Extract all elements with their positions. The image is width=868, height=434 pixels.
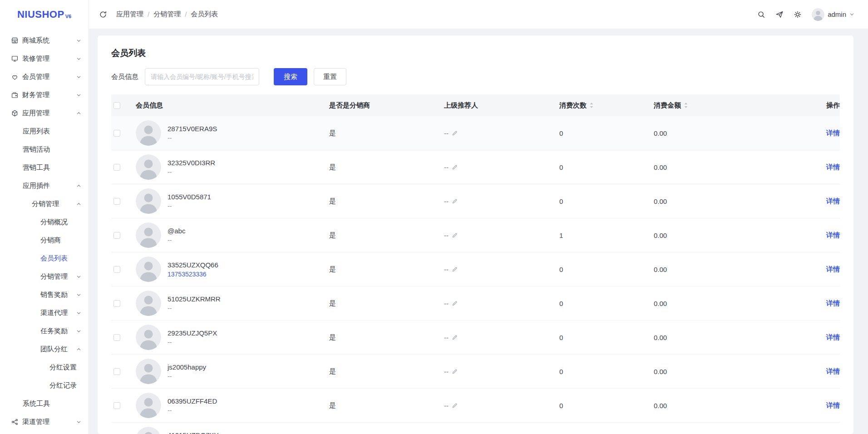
sidebar-item[interactable]: 渠道管理 [0, 413, 89, 431]
table-row: js2005happy -- 是 -- 0 0.00 详情 [111, 355, 840, 389]
detail-link[interactable]: 详情 [826, 231, 840, 239]
member-phone: -- [168, 339, 217, 346]
sidebar-item[interactable]: 营销工具 [0, 158, 89, 177]
row-checkbox[interactable] [113, 266, 120, 273]
gear-icon[interactable] [794, 10, 802, 19]
sidebar-item[interactable]: 渠道代理 [0, 304, 89, 322]
sidebar-item[interactable]: 团队分红 [0, 340, 89, 358]
row-checkbox[interactable] [113, 300, 120, 307]
table-body: 28715V0ERA9S -- 是 -- 0 0.00 详情 [111, 116, 840, 434]
sidebar-item[interactable]: 装修管理 [0, 49, 89, 68]
edit-referrer-icon[interactable] [452, 335, 458, 340]
row-checkbox[interactable] [113, 368, 120, 375]
row-checkbox[interactable] [113, 198, 120, 205]
table-row: 32325V0DI3RR -- 是 -- 0 0.00 详情 [111, 150, 840, 184]
consume-amount-cell: 0.00 [654, 232, 772, 239]
sidebar-item[interactable]: 应用列表 [0, 122, 89, 140]
sidebar-item[interactable]: 应用插件 [0, 177, 89, 195]
sidebar-item[interactable]: 分红记录 [0, 376, 89, 395]
member-avatar [136, 427, 161, 434]
header-consume-times-label: 消费次数 [559, 101, 587, 109]
sidebar-item[interactable]: 营销活动 [0, 140, 89, 158]
edit-referrer-icon[interactable] [452, 198, 458, 204]
member-cell: 32325V0DI3RR -- [136, 154, 329, 180]
referrer-cell: -- [444, 402, 559, 409]
referrer-value: -- [444, 163, 449, 171]
referrer-value: -- [444, 368, 449, 375]
sidebar-item[interactable]: 分红设置 [0, 358, 89, 376]
sidebar-item[interactable]: 系统工具 [0, 395, 89, 413]
sort-icon[interactable] [683, 102, 689, 108]
detail-link[interactable]: 详情 [826, 401, 840, 409]
user-avatar [812, 8, 824, 21]
sidebar-item-label: 财务管理 [22, 91, 49, 99]
detail-link[interactable]: 详情 [826, 265, 840, 273]
search-button[interactable]: 搜索 [274, 68, 307, 85]
chevron-icon [76, 311, 81, 316]
member-phone: -- [168, 407, 217, 414]
breadcrumb-item[interactable]: 应用管理 [116, 10, 143, 19]
row-checkbox[interactable] [113, 232, 120, 239]
filter-label: 会员信息 [111, 73, 138, 81]
search-icon[interactable] [757, 10, 765, 19]
table-row: 29235UZJQ5PX -- 是 -- 0 0.00 详情 [111, 321, 840, 355]
brand-logo[interactable]: NIUSHOP V6 [0, 0, 89, 29]
edit-referrer-icon[interactable] [452, 164, 458, 170]
sidebar-item[interactable]: 分销商 [0, 231, 89, 249]
sidebar-item[interactable]: 销售奖励 [0, 286, 89, 304]
member-name: @abc [168, 227, 185, 235]
detail-link[interactable]: 详情 [826, 333, 840, 341]
member-avatar [136, 154, 161, 180]
member-phone[interactable]: 13753523336 [168, 271, 218, 278]
sidebar-item[interactable]: 财务管理 [0, 86, 89, 104]
member-name: 41015UZDO7KY [168, 431, 219, 434]
edit-referrer-icon[interactable] [452, 232, 458, 238]
member-name: js2005happy [168, 363, 206, 371]
detail-link[interactable]: 详情 [826, 299, 840, 307]
shop-icon [11, 37, 19, 44]
action-cell: 详情 [772, 333, 840, 342]
row-checkbox-cell [111, 334, 136, 341]
detail-link[interactable]: 详情 [826, 129, 840, 137]
edit-referrer-icon[interactable] [452, 266, 458, 272]
member-avatar [136, 222, 161, 248]
detail-link[interactable]: 详情 [826, 163, 840, 171]
sidebar-item[interactable]: 任务奖励 [0, 322, 89, 340]
app-root: NIUSHOP V6 商城系统 装修管理 会员管理 财务管理 应用管理 应用列表… [0, 0, 868, 434]
header-is-distributor: 是否是分销商 [329, 101, 444, 110]
sidebar-item[interactable]: 应用管理 [0, 104, 89, 122]
main-column: 应用管理 / 分销管理 / 会员列表 [89, 0, 868, 434]
chevron-icon [76, 111, 81, 116]
sidebar-item[interactable]: 分销概况 [0, 213, 89, 231]
sidebar-item[interactable]: 商城系统 [0, 31, 89, 49]
paper-plane-icon[interactable] [775, 10, 784, 19]
sidebar-item[interactable]: 分销管理 [0, 267, 89, 286]
referrer-value: -- [444, 129, 449, 137]
member-cell: 41015UZDO7KY -- [136, 427, 329, 434]
member-meta: 32325V0DI3RR -- [168, 159, 215, 176]
refresh-icon[interactable] [99, 10, 107, 19]
reset-button[interactable]: 重置 [314, 68, 346, 85]
brand-name: NIUSHOP [17, 9, 64, 20]
edit-referrer-icon[interactable] [452, 130, 458, 136]
sidebar-item[interactable]: 分销管理 [0, 195, 89, 213]
sidebar-item[interactable]: 会员列表 [0, 249, 89, 267]
member-meta: js2005happy -- [168, 363, 206, 380]
row-checkbox[interactable] [113, 334, 120, 341]
sidebar-item[interactable]: 会员管理 [0, 68, 89, 86]
breadcrumb-item[interactable]: 分销管理 [153, 10, 181, 19]
user-menu[interactable]: admin [812, 8, 854, 21]
row-checkbox[interactable] [113, 130, 120, 137]
edit-referrer-icon[interactable] [452, 301, 458, 306]
header-action: 操作 [772, 101, 840, 110]
row-checkbox[interactable] [113, 402, 120, 409]
detail-link[interactable]: 详情 [826, 367, 840, 375]
member-search-input[interactable] [145, 68, 259, 85]
select-all-checkbox[interactable] [113, 102, 120, 109]
row-checkbox[interactable] [113, 164, 120, 171]
edit-referrer-icon[interactable] [452, 403, 458, 409]
sort-icon[interactable] [589, 102, 594, 108]
detail-link[interactable]: 详情 [826, 197, 840, 205]
action-cell: 详情 [772, 197, 840, 206]
edit-referrer-icon[interactable] [452, 369, 458, 375]
